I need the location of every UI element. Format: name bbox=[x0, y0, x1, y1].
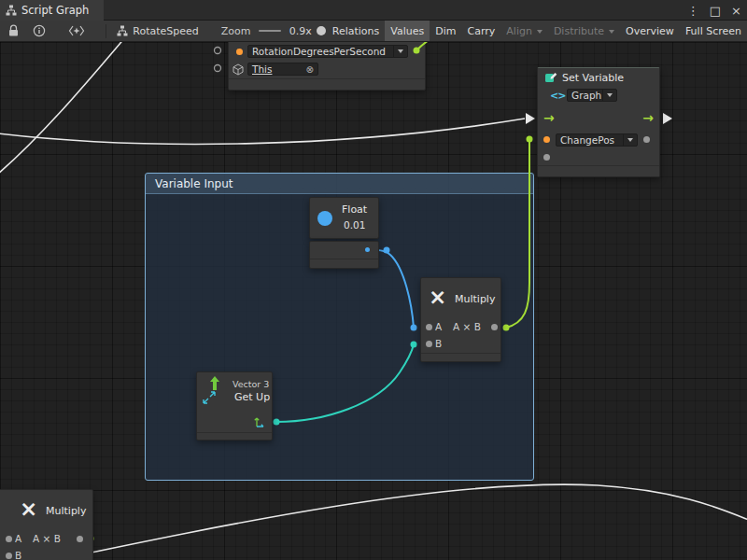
node-float-widget[interactable]: Float 0.01 bbox=[309, 197, 379, 239]
dropdown-caret-icon bbox=[607, 93, 613, 97]
node-multiply[interactable]: × Multiply A A × B B bbox=[420, 277, 501, 362]
port-changepos-input[interactable] bbox=[527, 136, 533, 143]
field-caret bbox=[623, 134, 633, 146]
variable-scope-value: Graph bbox=[571, 90, 601, 101]
variable-port-icon[interactable] bbox=[236, 49, 243, 55]
node-footer bbox=[310, 259, 378, 269]
node-title: Multiply bbox=[46, 505, 86, 517]
input-a-label: A bbox=[15, 533, 21, 544]
variable-scope-dropdown[interactable]: Graph bbox=[567, 89, 617, 102]
node-multiply-bottom[interactable]: × Multiply A A × B B bbox=[0, 489, 93, 560]
window-maximize-icon[interactable]: □ bbox=[710, 5, 721, 17]
values-button[interactable]: Values bbox=[385, 21, 430, 42]
node-rotation-variable[interactable]: RotationDegreesPerSecond This ⊗ bbox=[228, 42, 426, 91]
window-controls: ⋮ □ × bbox=[687, 0, 741, 21]
flow-in-port-icon[interactable]: → bbox=[543, 111, 555, 124]
flow-output-arrow[interactable] bbox=[663, 113, 672, 124]
fullscreen-button[interactable]: Full Screen bbox=[680, 21, 747, 42]
node-set-variable[interactable]: Set Variable <> Graph → → ChangePos bbox=[537, 67, 660, 177]
node-float-body[interactable] bbox=[309, 241, 379, 269]
node-title: Multiply bbox=[455, 293, 495, 305]
zoom-slider[interactable] bbox=[259, 30, 281, 32]
lock-icon[interactable] bbox=[7, 24, 20, 37]
input-b-port[interactable] bbox=[426, 341, 432, 347]
node-title: Get Up bbox=[234, 391, 270, 403]
vector3-port-icon[interactable] bbox=[253, 415, 266, 431]
node-title: Set Variable bbox=[562, 72, 624, 84]
input-a-port[interactable] bbox=[426, 324, 432, 330]
carry-button[interactable]: Carry bbox=[462, 21, 501, 42]
relations-button[interactable]: Relations bbox=[327, 21, 386, 42]
graph-toolbar: RotateSpeed Zoom 0.9x Relations Values D… bbox=[0, 21, 747, 42]
node-footer bbox=[421, 353, 500, 362]
wire-multiply-to-changepos[interactable] bbox=[506, 139, 529, 328]
port-variable-name-external[interactable] bbox=[215, 48, 221, 54]
edit-graph-icon[interactable] bbox=[68, 25, 85, 36]
zoom-label: Zoom bbox=[221, 25, 251, 37]
window-menu-icon[interactable]: ⋮ bbox=[687, 5, 699, 17]
port-target-external[interactable] bbox=[215, 65, 221, 72]
tab-title: Script Graph bbox=[21, 4, 89, 17]
target-value: This bbox=[252, 63, 272, 75]
dropdown-caret-icon bbox=[627, 138, 633, 142]
output-label: A × B bbox=[33, 533, 61, 544]
input-b-port[interactable] bbox=[6, 553, 12, 559]
wire-control-in[interactable] bbox=[0, 119, 525, 144]
align-button-label: Align bbox=[506, 25, 532, 37]
float-out-port[interactable] bbox=[365, 247, 370, 252]
node-footer bbox=[197, 432, 272, 441]
zoom-slider-handle[interactable] bbox=[317, 26, 326, 35]
node-get-up[interactable]: Vector 3 Get Up bbox=[196, 371, 273, 441]
variable-name-dropdown[interactable]: RotationDegreesPerSecond bbox=[247, 45, 408, 58]
multiply-icon: × bbox=[20, 498, 37, 520]
set-variable-name-dropdown[interactable]: ChangePos bbox=[556, 133, 638, 147]
cube-icon bbox=[233, 63, 244, 78]
field-caret bbox=[602, 90, 613, 101]
tab-script-graph[interactable]: Script Graph bbox=[0, 0, 104, 21]
graph-name: RotateSpeed bbox=[133, 25, 199, 37]
wire-control-bottom[interactable] bbox=[37, 484, 747, 560]
multiply-icon: × bbox=[429, 287, 446, 308]
port-multiply-a-input[interactable] bbox=[411, 325, 417, 331]
variable-name-value: RotationDegreesPerSecond bbox=[252, 46, 386, 57]
port-multiply-output[interactable] bbox=[503, 325, 510, 331]
graph-canvas[interactable]: Variable Input RotationDegreesPerSecond bbox=[0, 42, 747, 560]
port-multiply-b-input[interactable] bbox=[411, 342, 417, 348]
input-a-port[interactable] bbox=[6, 536, 12, 542]
node-footer bbox=[538, 165, 659, 177]
value-out-port[interactable] bbox=[643, 136, 650, 143]
dropdown-caret-icon bbox=[537, 30, 543, 34]
align-button[interactable]: Align bbox=[500, 21, 548, 42]
clear-target-icon[interactable]: ⊗ bbox=[306, 64, 314, 75]
set-variable-icon bbox=[544, 71, 557, 87]
graph-variable-kind-icon: <> bbox=[550, 90, 565, 102]
flow-out-port-icon[interactable]: → bbox=[642, 111, 654, 124]
field-caret bbox=[393, 46, 403, 57]
wire-control-left[interactable] bbox=[0, 42, 131, 180]
node-title: Float bbox=[342, 203, 367, 216]
overview-button[interactable]: Overview bbox=[620, 21, 680, 42]
graph-asset-icon bbox=[117, 25, 128, 36]
output-label: A × B bbox=[453, 321, 481, 332]
flow-input-arrow[interactable] bbox=[526, 113, 535, 124]
window-close-icon[interactable]: × bbox=[731, 5, 741, 17]
wire-getup-to-multiply-b[interactable] bbox=[276, 344, 414, 422]
set-variable-name-value: ChangePos bbox=[560, 134, 614, 146]
value-in-port[interactable] bbox=[543, 154, 550, 161]
distribute-button[interactable]: Distribute bbox=[548, 21, 620, 42]
output-port[interactable] bbox=[491, 324, 498, 330]
window-titlebar: Script Graph ⋮ □ × bbox=[0, 0, 747, 21]
dropdown-caret-icon bbox=[398, 49, 403, 53]
target-object-field[interactable]: This ⊗ bbox=[247, 63, 318, 76]
distribute-button-label: Distribute bbox=[554, 25, 604, 37]
output-port[interactable] bbox=[77, 536, 83, 542]
input-b-label: B bbox=[435, 338, 442, 349]
variable-port-icon[interactable] bbox=[543, 136, 550, 143]
float-value[interactable]: 0.01 bbox=[344, 219, 365, 231]
script-graph-icon bbox=[6, 5, 17, 16]
dim-button[interactable]: Dim bbox=[430, 21, 461, 42]
dropdown-caret-icon bbox=[609, 30, 614, 34]
info-icon[interactable] bbox=[33, 24, 46, 37]
port-getup-output[interactable] bbox=[274, 419, 280, 426]
port-float-output[interactable] bbox=[384, 247, 390, 254]
